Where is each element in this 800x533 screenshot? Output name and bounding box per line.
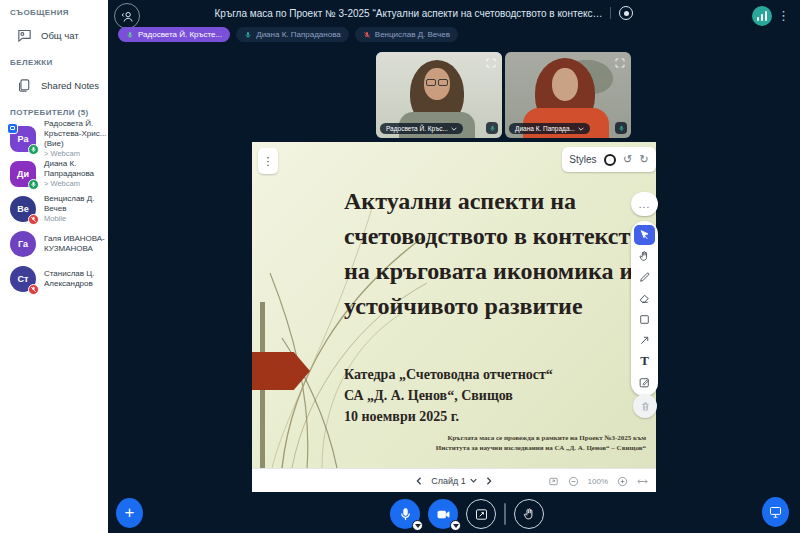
eraser-tool[interactable] (634, 288, 655, 308)
options-menu-button[interactable]: ⋮ (777, 7, 790, 25)
camera-icon (436, 507, 451, 522)
mic-muted-badge (28, 214, 39, 225)
webcam-mic-indicator (486, 122, 498, 134)
fullscreen-icon (485, 57, 497, 69)
next-slide-button[interactable] (485, 477, 493, 485)
talking-pill-name: Диана К. Папраданова (256, 30, 341, 39)
hand-icon (638, 250, 651, 263)
whiteboard-menu-button[interactable]: ⋮ (258, 148, 278, 174)
user-row[interactable]: Га Галя ИВАНОВА-КУЗМАНОВА (0, 226, 108, 261)
sidebar-item-public-chat[interactable]: Общ чат (0, 21, 108, 50)
chevron-down-icon (470, 478, 477, 483)
slide-title: Актуални аспекти на счетоводството в кон… (344, 184, 649, 324)
text-tool[interactable]: T (634, 351, 655, 371)
user-row[interactable]: Ве Венцислав Д. Вечев Mobile (0, 191, 108, 226)
public-chat-label: Общ чат (41, 30, 79, 41)
camera-button[interactable] (428, 499, 458, 529)
slide: Актуални аспекти на счетоводството в кон… (252, 142, 656, 468)
raise-hand-button[interactable] (514, 499, 544, 529)
previous-slide-button[interactable] (415, 477, 423, 485)
draw-tool[interactable] (634, 267, 655, 287)
actionbar-divider (504, 503, 506, 525)
fullscreen-button[interactable] (484, 56, 498, 70)
webcam-grid: Радосвета Й. Кръс... Диана К. Папрада... (376, 52, 631, 138)
webcam-mic-indicator (615, 122, 627, 134)
user-row[interactable]: Ди Диана К. Папраданова > Webcam (0, 156, 108, 191)
actions-plus-button[interactable]: + (116, 498, 143, 528)
whiteboard-more-button[interactable]: ... (631, 192, 658, 216)
webcam-name: Радосвета Й. Кръс... (386, 125, 448, 132)
arrow-tool[interactable] (634, 330, 655, 350)
mute-button[interactable] (390, 499, 420, 529)
left-panel: СЪОБЩЕНИЯ Общ чат БЕЛЕЖКИ Shared Notes П… (0, 0, 108, 533)
pan-tool[interactable] (634, 246, 655, 266)
user-status: Mobile (44, 214, 108, 223)
camera-options-badge[interactable] (450, 520, 461, 531)
shape-tool[interactable] (634, 309, 655, 329)
talking-pill[interactable]: Венцислав Д. Вечев (355, 27, 458, 42)
webcam-name: Диана К. Папрада... (515, 125, 575, 132)
user-status: > Webcam (44, 179, 108, 188)
mic-on-badge (28, 144, 39, 155)
chevron-down-icon (451, 127, 457, 131)
styles-button[interactable]: Styles (569, 154, 596, 165)
user-row[interactable]: Ст Станислав Ц. Александров (0, 261, 108, 296)
slide-select-dropdown[interactable]: Слайд 1 (431, 476, 477, 486)
fullscreen-button[interactable] (613, 56, 627, 70)
user-name: Станислав Ц. Александров (44, 269, 108, 289)
slide-footnote: Кръглата маса се провежда в рамките на П… (436, 434, 646, 453)
mic-on-icon (126, 31, 134, 39)
messages-header: СЪОБЩЕНИЯ (0, 0, 108, 21)
trash-icon (640, 401, 651, 412)
mic-muted-badge (28, 284, 39, 295)
notes-header: БЕЛЕЖКИ (0, 50, 108, 71)
screenshare-icon (474, 507, 489, 522)
user-status: > Webcam (44, 149, 108, 158)
mic-options-badge[interactable] (412, 520, 423, 531)
undo-button[interactable]: ↺ (623, 154, 632, 166)
record-button[interactable] (619, 6, 633, 20)
media-controls (390, 499, 544, 529)
avatar: Га (10, 231, 36, 257)
sidebar-item-shared-notes[interactable]: Shared Notes (0, 71, 108, 100)
webcam-tile[interactable]: Диана К. Папрада... (505, 52, 631, 138)
talking-pill-name: Венцислав Д. Вечев (375, 30, 450, 39)
connection-status-button[interactable] (752, 6, 772, 26)
rectangle-icon (638, 313, 651, 326)
text-tool-icon: T (640, 353, 649, 369)
user-name: Диана К. Папраданова (44, 159, 108, 179)
slide-number-label: Слайд 1 (431, 476, 466, 486)
meeting-title: Кръгла маса по Проект № 3-2025 “Актуални… (215, 8, 603, 19)
note-tool[interactable] (634, 372, 655, 392)
select-tool[interactable] (634, 225, 655, 245)
fit-width-button[interactable] (637, 476, 648, 487)
whiteboard-tools: T (631, 221, 658, 396)
zoom-in-button[interactable] (617, 476, 628, 487)
restore-presentation-button[interactable] (762, 497, 789, 527)
monitor-icon (768, 505, 783, 520)
users-header: ПОТРЕБИТЕЛИ (5) (0, 100, 108, 121)
pan-fit-icon[interactable] (548, 476, 559, 487)
zoom-out-button[interactable] (568, 476, 579, 487)
titlebar-divider (610, 7, 611, 19)
talking-pill[interactable]: Диана К. Папраданова (236, 27, 349, 42)
webcam-name-dropdown[interactable]: Диана К. Папрада... (509, 123, 590, 134)
presenter-badge (7, 123, 18, 134)
cursor-icon (638, 229, 651, 242)
webcam-tile[interactable]: Радосвета Й. Кръс... (376, 52, 502, 138)
screenshare-button[interactable] (466, 499, 496, 529)
color-style-button[interactable] (604, 154, 616, 166)
mic-idle-icon (244, 31, 252, 39)
user-name: Галя ИВАНОВА-КУЗМАНОВА (44, 234, 108, 254)
redo-button[interactable]: ↻ (640, 154, 649, 166)
user-name: Венцислав Д. Вечев (44, 194, 108, 214)
presentation-area[interactable]: Актуални аспекти на счетоводството в кон… (252, 142, 656, 492)
user-row[interactable]: Ра Радосвета Й. Кръстева-Хрис... (Вие) >… (0, 121, 108, 156)
delete-annotations-button[interactable] (633, 394, 657, 418)
presentation-toolbar: Слайд 1 100% (252, 468, 656, 492)
pencil-icon (638, 271, 651, 284)
talking-pill[interactable]: Радосвета Й. Кръсте... (118, 27, 230, 42)
talking-indicators: Радосвета Й. Кръсте... Диана К. Папрадан… (118, 27, 458, 42)
styles-toolbar: Styles ↺ ↻ (562, 147, 656, 172)
webcam-name-dropdown[interactable]: Радосвета Й. Кръс... (380, 123, 463, 134)
